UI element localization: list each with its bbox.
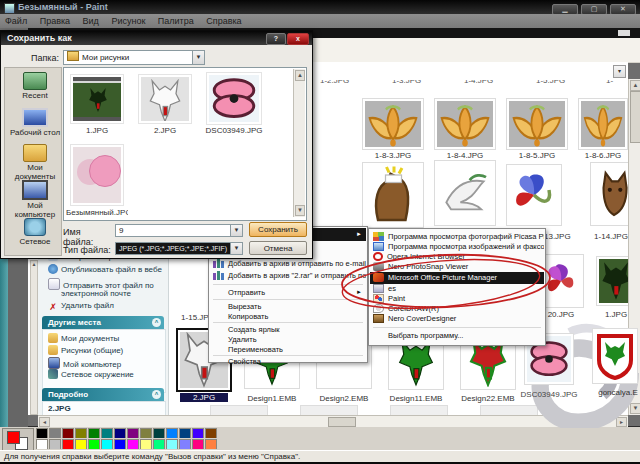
- color-swatch[interactable]: [192, 439, 204, 449]
- scroll-up-icon[interactable]: ▲: [630, 80, 640, 91]
- file-label-selected[interactable]: 2.JPG: [180, 393, 228, 402]
- place-network[interactable]: Сетевое окружение: [48, 369, 166, 379]
- file-label[interactable]: 1-8-4.JPG: [434, 151, 496, 160]
- place-shared-pictures[interactable]: Рисунки (общие): [48, 345, 166, 355]
- chevron-up-icon[interactable]: ˄: [152, 390, 161, 399]
- file-label[interactable]: 1-8-3.JPG: [362, 151, 424, 160]
- scrollbar-thumb[interactable]: [630, 91, 640, 143]
- menu-edit[interactable]: Правка: [40, 16, 70, 26]
- open-with-item-opera[interactable]: Opera Internet Browser: [370, 252, 544, 262]
- file-label[interactable]: Безымянный.JPG: [66, 208, 128, 217]
- scroll-up-icon[interactable]: ▲: [295, 70, 305, 81]
- color-swatch[interactable]: [179, 428, 191, 438]
- dialog-titlebar[interactable]: Сохранить как ? x: [1, 31, 312, 45]
- open-with-item-fax-viewer[interactable]: Программа просмотра изображений и факсов: [370, 242, 544, 252]
- file-thumbnail[interactable]: [592, 328, 638, 384]
- color-swatch[interactable]: [127, 428, 139, 438]
- details-header[interactable]: Подробно˄: [42, 388, 164, 401]
- file-label[interactable]: Design22.EMB: [460, 394, 516, 403]
- folder-combobox[interactable]: Мои рисунки ▼: [63, 50, 205, 65]
- color-swatch[interactable]: [75, 439, 87, 449]
- dialog-list-scrollbar[interactable]: ▲ ▼: [293, 69, 305, 217]
- task-email-file-line2[interactable]: электронной почте: [61, 289, 179, 298]
- file-label[interactable]: Design1.EMB: [244, 394, 300, 403]
- color-swatch[interactable]: [88, 439, 100, 449]
- help-icon[interactable]: ?: [266, 33, 286, 45]
- menu-file[interactable]: Файл: [5, 16, 27, 26]
- file-label[interactable]: 1-8-5.JPG: [506, 151, 568, 160]
- color-swatch[interactable]: [140, 439, 152, 449]
- place-my-computer[interactable]: Мой компьютер: [48, 357, 166, 369]
- file-label[interactable]: 1-8-6.JPG: [578, 151, 628, 160]
- place-my-documents[interactable]: Мои документы: [8, 144, 62, 181]
- color-swatch[interactable]: [179, 439, 191, 449]
- color-swatch[interactable]: [166, 439, 178, 449]
- file-label[interactable]: 1.JPG: [70, 126, 124, 135]
- file-thumbnail[interactable]: [578, 98, 628, 150]
- context-menu-item[interactable]: Добавить в архив "2.rar" и отправить по …: [210, 270, 366, 281]
- file-thumbnail[interactable]: [506, 164, 562, 226]
- file-label[interactable]: DSC03949.JPG: [204, 126, 264, 135]
- color-swatch[interactable]: [192, 428, 204, 438]
- file-thumbnail[interactable]: [506, 98, 568, 150]
- place-my-computer[interactable]: Мой компьютер: [8, 180, 62, 219]
- address-dropdown-icon[interactable]: ▾: [613, 65, 626, 78]
- place-recent[interactable]: Recent: [8, 72, 62, 100]
- color-swatch[interactable]: [153, 428, 165, 438]
- file-label[interactable]: Design11.EMB: [388, 394, 444, 403]
- filename-input[interactable]: 9▼: [115, 224, 243, 237]
- file-label[interactable]: 2.JPG: [138, 126, 192, 135]
- menu-help[interactable]: Справка: [206, 16, 241, 26]
- scroll-up-icon[interactable]: ▲: [31, 261, 37, 267]
- file-thumbnail[interactable]: [362, 98, 424, 150]
- color-swatch[interactable]: [114, 439, 126, 449]
- color-swatch[interactable]: [62, 439, 74, 449]
- context-menu-item[interactable]: Добавить в архив и отправить по e-mail..…: [210, 258, 366, 269]
- color-swatch[interactable]: [49, 428, 61, 438]
- color-swatch[interactable]: [101, 439, 113, 449]
- context-menu-item-rename[interactable]: Переименовать: [210, 344, 366, 355]
- place-desktop[interactable]: Рабочий стол: [8, 108, 62, 137]
- file-thumbnail[interactable]: [138, 74, 192, 124]
- open-with-item-choose-program[interactable]: Выбрать программу...: [370, 331, 544, 341]
- scroll-left-icon[interactable]: ◂: [39, 417, 50, 427]
- file-thumbnail[interactable]: [434, 160, 496, 226]
- file-thumbnail[interactable]: [70, 144, 124, 206]
- close-icon[interactable]: ✕: [610, 4, 636, 14]
- color-swatch[interactable]: [205, 439, 217, 449]
- place-network[interactable]: Сетевое: [8, 218, 62, 246]
- color-swatch[interactable]: [75, 428, 87, 438]
- file-thumbnail[interactable]: [434, 98, 496, 150]
- color-swatch[interactable]: [140, 428, 152, 438]
- cancel-button[interactable]: Отмена: [249, 241, 307, 255]
- context-menu-item-send-to[interactable]: Отправить►: [210, 287, 366, 298]
- save-button[interactable]: Сохранить: [249, 222, 307, 237]
- color-swatch[interactable]: [36, 439, 48, 449]
- other-places-header[interactable]: Другие места˄: [42, 316, 164, 329]
- minimize-icon[interactable]: ▁: [552, 4, 578, 14]
- close-icon[interactable]: x: [287, 33, 309, 45]
- chevron-down-icon[interactable]: ▼: [192, 51, 204, 64]
- color-swatch[interactable]: [205, 428, 217, 438]
- color-swatch[interactable]: [36, 428, 48, 438]
- file-label[interactable]: Design2.EMB: [316, 394, 372, 403]
- scroll-down-icon[interactable]: ▼: [295, 205, 305, 216]
- context-menu-item-copy[interactable]: Копировать: [210, 311, 366, 322]
- open-with-item-es[interactable]: es: [370, 284, 544, 294]
- color-swatch[interactable]: [49, 439, 61, 449]
- chevron-up-icon[interactable]: ˄: [152, 318, 161, 327]
- color-swatch[interactable]: [166, 428, 178, 438]
- open-with-item-nero-photosnap[interactable]: Nero PhotoSnap Viewer: [370, 262, 544, 272]
- file-thumbnail[interactable]: [362, 162, 424, 228]
- task-publish-file[interactable]: Опубликовать файл в вебе: [48, 264, 166, 274]
- color-swatch[interactable]: [153, 439, 165, 449]
- folder-window-button[interactable]: [618, 30, 630, 36]
- color-swatch[interactable]: [88, 428, 100, 438]
- color-swatch[interactable]: [114, 428, 126, 438]
- chevron-down-icon[interactable]: ▼: [230, 225, 242, 236]
- chevron-down-icon[interactable]: ▼: [230, 243, 242, 254]
- menu-image[interactable]: Рисунок: [111, 16, 145, 26]
- file-label[interactable]: goncalya.E: [596, 388, 640, 397]
- menu-view[interactable]: Вид: [83, 16, 99, 26]
- open-with-item-ms-picture-manager[interactable]: Microsoft Office Picture Manager: [370, 272, 544, 284]
